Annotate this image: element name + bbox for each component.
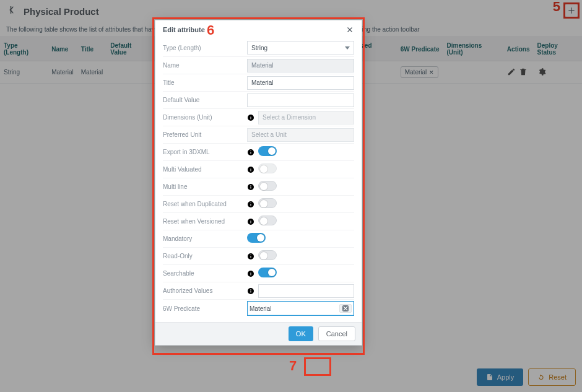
svg-rect-6	[251, 150, 251, 151]
svg-rect-9	[251, 168, 251, 168]
label-export-3dxml: Export in 3DXML	[163, 149, 243, 155]
default-value-field[interactable]	[247, 94, 354, 107]
modal-header: Edit attribute	[155, 20, 362, 39]
cancel-button[interactable]: Cancel	[318, 326, 355, 341]
info-icon[interactable]	[247, 114, 254, 121]
svg-rect-3	[251, 116, 251, 116]
mandatory-toggle[interactable]	[247, 233, 266, 243]
svg-rect-8	[251, 169, 251, 172]
label-searchable: Searchable	[163, 270, 243, 277]
modal-form: Type (Length) String Name Title Default …	[155, 39, 362, 322]
preferred-unit-select: Select a Unit	[247, 128, 354, 142]
info-icon[interactable]	[247, 201, 254, 208]
reset-duplicated-toggle[interactable]	[258, 198, 277, 208]
svg-rect-21	[251, 255, 251, 255]
svg-rect-26	[251, 290, 251, 293]
searchable-toggle[interactable]	[258, 268, 277, 277]
label-predicate: 6W Predicate	[163, 305, 243, 312]
predicate-chip[interactable]	[339, 304, 352, 313]
cancel-label: Cancel	[326, 330, 347, 338]
label-type-length: Type (Length)	[163, 45, 243, 51]
multi-valuated-toggle	[258, 163, 277, 173]
svg-rect-18	[251, 220, 251, 220]
export-3dxml-toggle[interactable]	[258, 146, 277, 156]
type-length-select[interactable]: String	[247, 41, 354, 54]
multi-line-toggle[interactable]	[258, 181, 277, 191]
svg-rect-23	[251, 273, 251, 276]
reset-versioned-toggle[interactable]	[258, 216, 277, 225]
label-multi-line: Multi line	[163, 183, 243, 190]
svg-rect-17	[251, 221, 251, 224]
label-reset-versioned: Reset when Versioned	[163, 218, 243, 225]
info-icon[interactable]	[247, 287, 254, 295]
info-icon[interactable]	[247, 253, 254, 260]
label-title: Title	[163, 79, 243, 86]
modal-footer: OK Cancel	[155, 322, 362, 345]
svg-rect-20	[251, 256, 251, 258]
remove-chip-icon[interactable]	[342, 305, 349, 311]
callout-7-number: 7	[289, 358, 297, 374]
dimensions-select: Select a Dimension	[258, 111, 354, 124]
close-icon[interactable]	[345, 25, 354, 34]
svg-rect-2	[251, 117, 251, 120]
svg-rect-27	[251, 289, 251, 290]
info-icon[interactable]	[247, 218, 254, 225]
name-field	[247, 59, 354, 72]
modal-title: Edit attribute	[163, 26, 205, 33]
label-mandatory: Mandatory	[163, 235, 243, 242]
label-authorized-values: Authorized Values	[163, 287, 243, 294]
label-preferred-unit: Preferred Unit	[163, 131, 243, 138]
svg-rect-15	[251, 203, 251, 203]
label-dimensions: Dimensions (Unit)	[163, 114, 243, 121]
info-icon[interactable]	[247, 270, 254, 277]
predicate-value-text: Material	[250, 305, 272, 312]
callout-6-number: 6	[207, 22, 214, 38]
label-read-only: Read-Only	[163, 253, 243, 259]
title-field[interactable]	[247, 76, 354, 90]
label-multi-valuated: Multi Valuated	[163, 166, 243, 173]
svg-rect-24	[251, 272, 251, 272]
svg-rect-5	[251, 152, 251, 154]
ok-button[interactable]: OK	[289, 326, 313, 341]
svg-rect-12	[251, 185, 251, 186]
svg-rect-14	[251, 204, 251, 206]
info-icon[interactable]	[247, 166, 254, 173]
ok-label: OK	[296, 330, 306, 338]
read-only-toggle[interactable]	[258, 250, 277, 260]
label-default-value: Default Value	[163, 97, 243, 103]
info-icon[interactable]	[247, 183, 254, 191]
label-name: Name	[163, 62, 243, 69]
authorized-values-field[interactable]	[258, 284, 354, 298]
label-reset-duplicated: Reset when Duplicated	[163, 201, 243, 207]
edit-attribute-modal: Edit attribute Type (Length) String Name…	[155, 20, 362, 346]
predicate-field[interactable]: Material	[247, 301, 354, 316]
info-icon[interactable]	[247, 149, 254, 156]
svg-rect-11	[251, 186, 251, 189]
